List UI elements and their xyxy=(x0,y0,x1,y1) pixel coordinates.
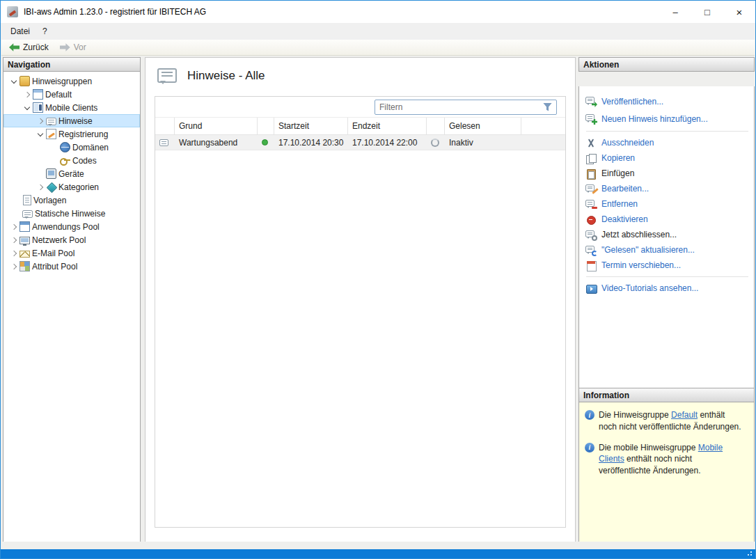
main-panel: Hinweise - Alle Grund Startzeit Endzeit … xyxy=(145,57,576,543)
cell-startzeit: 17.10.2014 20:30 xyxy=(274,135,348,150)
filter-icon[interactable] xyxy=(543,103,552,111)
info-icon: i xyxy=(585,443,594,452)
mobile-clients-icon xyxy=(33,102,43,113)
action-einfuegen[interactable]: Einfügen xyxy=(585,166,749,181)
menu-help[interactable]: ? xyxy=(36,24,54,38)
tree-item-default[interactable]: Default xyxy=(3,88,140,101)
column-gelesen[interactable]: Gelesen xyxy=(445,118,521,134)
column-gelesen-icon[interactable] xyxy=(427,118,445,134)
action-ausschneiden[interactable]: Ausschneiden xyxy=(585,135,749,150)
expander-icon[interactable] xyxy=(9,77,19,86)
maximize-button[interactable]: □ xyxy=(691,1,723,23)
tree-item-vorlagen[interactable]: Vorlagen xyxy=(3,194,140,207)
window-bottom-border xyxy=(1,549,755,558)
expander-icon xyxy=(36,169,45,179)
tree-item-registrierung[interactable]: Registrierung xyxy=(3,127,140,141)
column-startzeit[interactable]: Startzeit xyxy=(274,118,348,134)
forward-button[interactable]: Vor xyxy=(55,41,91,54)
deactivate-icon xyxy=(585,214,597,225)
tree-item-mobile-clients[interactable]: Mobile Clients xyxy=(3,101,140,114)
paste-icon xyxy=(585,168,597,179)
tree-item-domaenen[interactable]: Domänen xyxy=(3,141,140,154)
refresh-gelesen-icon xyxy=(585,245,597,255)
info-note: i Die mobile Hinweisgruppe Mobile Client… xyxy=(585,442,748,477)
action-neuen-hinweis-hinzufuegen[interactable]: Neuen Hinweis hinzufügen... xyxy=(585,110,749,127)
tree-item-geraete[interactable]: Geräte xyxy=(3,167,140,180)
expander-icon[interactable] xyxy=(22,90,32,100)
hinweise-page-icon xyxy=(157,68,177,83)
window-title: IBI-aws Admin 1.23.0 - registriert für I… xyxy=(24,7,206,17)
tree-item-email-pool[interactable]: E-Mail Pool xyxy=(3,246,140,260)
expander-icon xyxy=(49,156,59,166)
tree-item-netzwerk-pool[interactable]: Netzwerk Pool xyxy=(3,233,140,246)
tree-item-label: Vorlagen xyxy=(33,196,66,205)
minimize-icon: – xyxy=(672,7,677,17)
cell-endzeit: 17.10.2014 22:00 xyxy=(348,135,427,150)
minimize-button[interactable]: – xyxy=(659,1,691,23)
action-kopieren[interactable]: Kopieren xyxy=(585,150,749,166)
filter-box[interactable] xyxy=(375,100,557,115)
toolbar: Zurück Vor xyxy=(1,40,755,56)
cell-gelesen: Inaktiv xyxy=(445,135,521,150)
expander-icon[interactable] xyxy=(36,116,45,126)
back-button[interactable]: Zurück xyxy=(4,41,54,54)
expander-icon[interactable] xyxy=(9,262,19,271)
action-bearbeiten[interactable]: Bearbeiten... xyxy=(585,181,749,196)
statische-hinweise-icon xyxy=(22,210,33,218)
codes-icon xyxy=(60,155,70,166)
forward-arrow-icon xyxy=(60,43,70,52)
expander-icon[interactable] xyxy=(36,129,45,139)
tree-item-statische-hinweise[interactable]: Statische Hinweise xyxy=(3,207,140,220)
action-deaktivieren[interactable]: Deaktivieren xyxy=(585,212,749,227)
navigation-tree: Hinweisgruppen Default Mobile Clients Hi… xyxy=(3,72,141,543)
expander-icon[interactable] xyxy=(9,249,19,258)
column-endzeit[interactable]: Endzeit xyxy=(348,118,427,134)
email-pool-icon xyxy=(19,251,30,258)
info-note-text: Die Hinweisgruppe Default enthält noch n… xyxy=(599,409,742,433)
anwendungs-pool-icon xyxy=(19,221,30,232)
column-status[interactable] xyxy=(258,118,274,134)
action-termin-verschieben[interactable]: Termin verschieben... xyxy=(585,258,749,273)
action-jetzt-abschliessen[interactable]: Jetzt abschliessen... xyxy=(585,227,749,242)
tree-item-label: Default xyxy=(45,90,72,100)
action-video-tutorials[interactable]: Video-Tutorials ansehen... xyxy=(585,281,749,296)
attribut-pool-icon xyxy=(19,261,30,271)
tree-item-codes[interactable]: Codes xyxy=(3,154,140,167)
column-grund[interactable]: Grund xyxy=(175,118,258,134)
tree-item-label: Codes xyxy=(72,156,97,166)
tree-item-attribut-pool[interactable]: Attribut Pool xyxy=(3,260,140,273)
page-title: Hinweise - Alle xyxy=(187,69,265,83)
action-veroeffentlichen[interactable]: Veröffentlichen... xyxy=(585,93,749,110)
tree-item-hinweise[interactable]: Hinweise xyxy=(3,114,140,127)
column-icon[interactable] xyxy=(155,118,175,134)
expander-icon xyxy=(49,143,59,152)
expander-icon[interactable] xyxy=(9,235,19,245)
tree-item-label: E-Mail Pool xyxy=(32,249,74,258)
edit-icon xyxy=(585,184,597,194)
registrierung-icon xyxy=(46,129,56,139)
action-gelesen-aktualisieren[interactable]: "Gelesen" aktualisieren... xyxy=(585,242,749,258)
close-button[interactable]: × xyxy=(723,1,755,23)
app-icon xyxy=(7,6,18,17)
hinweise-icon xyxy=(46,118,56,125)
netzwerk-pool-icon xyxy=(19,237,30,244)
table-row[interactable]: Wartungsabend 17.10.2014 20:30 17.10.201… xyxy=(155,135,565,150)
default-group-link[interactable]: Default xyxy=(671,410,698,420)
tree-item-hinweisgruppen[interactable]: Hinweisgruppen xyxy=(3,74,140,88)
publish-icon xyxy=(585,96,597,107)
remove-icon xyxy=(585,199,597,210)
filter-input[interactable] xyxy=(375,102,543,112)
tree-item-kategorien[interactable]: Kategorien xyxy=(3,180,140,194)
app-window: IBI-aws Admin 1.23.0 - registriert für I… xyxy=(0,0,756,559)
hinweis-row-icon xyxy=(159,139,168,146)
expander-icon[interactable] xyxy=(9,222,19,232)
action-entfernen[interactable]: Entfernen xyxy=(585,196,749,212)
gelesen-status-icon xyxy=(431,139,439,147)
resize-grip[interactable] xyxy=(750,554,752,556)
calendar-icon xyxy=(585,260,597,271)
menu-datei[interactable]: Datei xyxy=(4,24,36,38)
window-controls: – □ × xyxy=(659,1,755,23)
tree-item-anwendungs-pool[interactable]: Anwendungs Pool xyxy=(3,220,140,233)
expander-icon[interactable] xyxy=(22,103,32,113)
expander-icon[interactable] xyxy=(36,182,45,192)
